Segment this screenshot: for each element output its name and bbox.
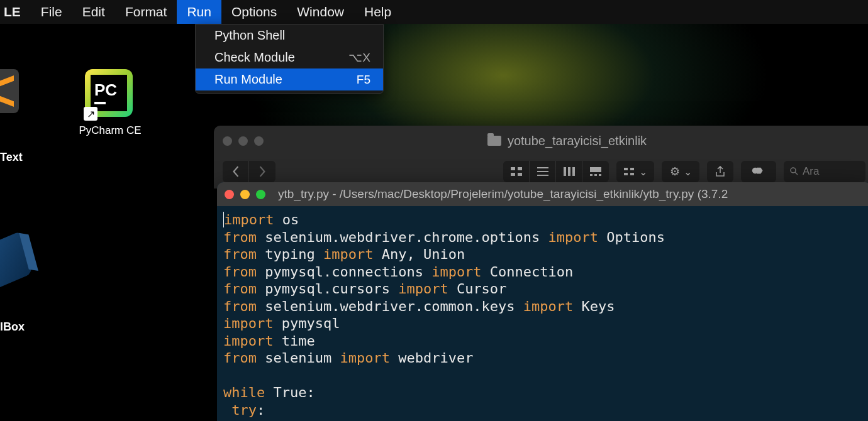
code-token: from xyxy=(223,264,257,280)
desktop-label: PyCharm CE xyxy=(72,124,148,137)
traffic-zoom-icon[interactable] xyxy=(256,190,265,199)
code-token: os xyxy=(274,212,299,227)
menubar-app-name[interactable]: LE xyxy=(0,0,31,24)
traffic-close-icon[interactable] xyxy=(225,190,234,199)
code-editor[interactable]: import os from selenium.webdriver.chrome… xyxy=(217,206,868,421)
svg-rect-1 xyxy=(518,167,522,170)
desktop-label-vbox: lBox xyxy=(0,320,25,334)
share-button[interactable] xyxy=(707,161,733,182)
code-token: import xyxy=(223,315,273,331)
action-button[interactable]: ⚙⌄ xyxy=(662,161,699,182)
code-token: Connection xyxy=(482,264,574,280)
view-columns-button[interactable] xyxy=(556,161,582,182)
menu-item-run-module[interactable]: Run Module F5 xyxy=(196,68,383,90)
code-token: Cursor xyxy=(448,281,507,297)
gear-icon: ⚙ xyxy=(670,165,680,178)
code-token: selenium.webdriver.common.keys xyxy=(257,298,523,314)
svg-rect-13 xyxy=(599,174,601,176)
code-token: pymysql xyxy=(273,315,340,331)
shortcut-arrow-icon: ↗ xyxy=(84,107,97,121)
traffic-lights[interactable] xyxy=(225,190,265,199)
code-token: selenium.webdriver.chrome.options xyxy=(257,229,548,245)
traffic-lights[interactable] xyxy=(223,136,264,146)
code-token: import xyxy=(548,229,598,245)
menu-help[interactable]: Help xyxy=(354,0,401,24)
idle-editor-window[interactable]: ytb_try.py - /Users/mac/Desktop/Projeler… xyxy=(217,182,868,421)
code-token: import xyxy=(431,264,481,280)
menu-item-shortcut: ⌥X xyxy=(348,50,370,65)
code-token: from xyxy=(223,281,257,297)
svg-rect-5 xyxy=(537,171,548,172)
finder-window[interactable]: yotube_tarayicisi_etkinlik ⌄ ⚙⌄ Ara xyxy=(214,126,868,189)
arrange-button[interactable]: ⌄ xyxy=(616,161,654,182)
traffic-zoom-icon[interactable] xyxy=(254,136,264,146)
traffic-minimize-icon[interactable] xyxy=(240,190,250,199)
svg-rect-17 xyxy=(630,173,634,175)
view-gallery-button[interactable] xyxy=(582,161,609,182)
code-token: Options xyxy=(598,229,665,245)
menu-item-python-shell[interactable]: Python Shell xyxy=(196,25,383,46)
menu-item-label: Check Module xyxy=(214,50,295,65)
menu-item-shortcut: F5 xyxy=(357,73,370,87)
menu-format[interactable]: Format xyxy=(115,0,177,24)
code-token: try xyxy=(231,402,257,418)
finder-titlebar[interactable]: yotube_tarayicisi_etkinlik xyxy=(214,126,868,156)
desktop-label-sublime: Text xyxy=(0,151,23,164)
menu-options[interactable]: Options xyxy=(221,0,287,24)
search-input[interactable]: Ara xyxy=(784,161,865,182)
finder-title: yotube_tarayicisi_etkinlik xyxy=(269,134,865,148)
desktop-icon-pycharm[interactable]: PC ↗ PyCharm CE xyxy=(72,69,148,137)
run-dropdown: Python Shell Check Module ⌥X Run Module … xyxy=(195,24,384,94)
code-token: from xyxy=(223,246,257,262)
virtualbox-icon xyxy=(0,231,33,290)
menu-file[interactable]: File xyxy=(31,0,72,24)
search-icon xyxy=(790,167,799,176)
code-token: selenium xyxy=(257,350,340,366)
menu-item-label: Python Shell xyxy=(214,28,285,43)
code-token: time xyxy=(273,333,314,349)
tag-icon xyxy=(752,167,765,176)
code-token: from xyxy=(223,350,257,366)
idle-titlebar[interactable]: ytb_try.py - /Users/mac/Desktop/Projeler… xyxy=(217,182,868,206)
code-token: import xyxy=(398,281,448,297)
desktop-icon-sublime[interactable] xyxy=(0,69,25,113)
svg-rect-12 xyxy=(594,174,597,176)
back-button[interactable] xyxy=(223,161,249,182)
traffic-minimize-icon[interactable] xyxy=(238,136,248,146)
svg-rect-15 xyxy=(630,168,634,170)
menu-item-check-module[interactable]: Check Module ⌥X xyxy=(196,46,383,68)
svg-rect-9 xyxy=(572,167,575,176)
idle-window-title: ytb_try.py - /Users/mac/Desktop/Projeler… xyxy=(272,187,728,201)
menubar: LE File Edit Format Run Options Window H… xyxy=(0,0,868,24)
svg-rect-14 xyxy=(624,168,628,170)
code-token xyxy=(223,402,231,418)
code-token: Any, Union xyxy=(373,246,465,262)
menu-item-label: Run Module xyxy=(214,72,282,87)
code-token: typing xyxy=(257,246,323,262)
menu-edit[interactable]: Edit xyxy=(72,0,115,24)
arrange-group: ⌄ xyxy=(616,161,654,182)
svg-rect-0 xyxy=(511,167,515,170)
desktop-icon-virtualbox[interactable] xyxy=(0,239,28,283)
svg-rect-6 xyxy=(537,175,548,176)
code-token: from xyxy=(223,229,257,245)
code-token: import xyxy=(224,212,274,227)
tags-button[interactable] xyxy=(741,161,776,182)
menu-run[interactable]: Run xyxy=(177,0,221,24)
view-icons-button[interactable] xyxy=(503,161,530,182)
view-list-button[interactable] xyxy=(530,161,556,182)
nav-buttons xyxy=(223,161,275,182)
svg-point-18 xyxy=(791,168,796,173)
traffic-close-icon[interactable] xyxy=(223,136,232,146)
finder-title-text: yotube_tarayicisi_etkinlik xyxy=(508,134,647,148)
forward-button[interactable] xyxy=(249,161,275,182)
view-mode-group xyxy=(503,161,609,182)
folder-icon xyxy=(487,136,501,146)
svg-rect-8 xyxy=(568,167,570,176)
menu-window[interactable]: Window xyxy=(287,0,354,24)
svg-rect-11 xyxy=(590,174,593,176)
code-token: from xyxy=(223,298,257,314)
code-token: import xyxy=(523,298,573,314)
code-token: webdriver xyxy=(390,350,473,366)
code-token: True: xyxy=(265,385,314,400)
